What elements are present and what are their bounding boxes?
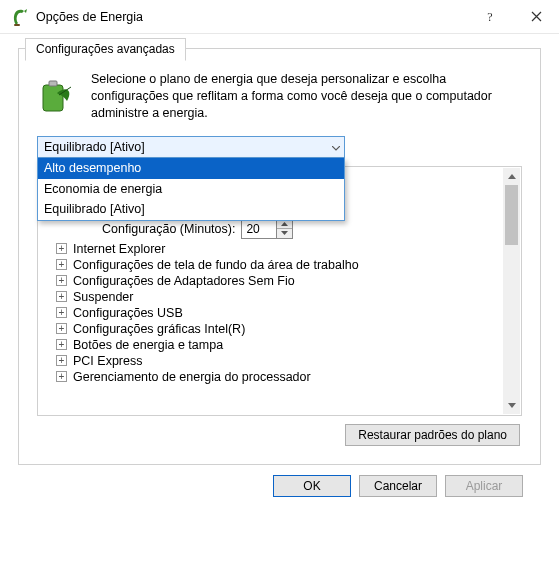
content-area: Configurações avançadas Selecione o plan… — [0, 34, 559, 497]
intro-block: Selecione o plano de energia que deseja … — [37, 71, 522, 122]
expand-icon[interactable]: + — [56, 307, 67, 318]
expand-icon[interactable]: + — [56, 259, 67, 270]
tree-node[interactable]: +Botões de energia e tampa — [42, 337, 517, 353]
apply-button[interactable]: Aplicar — [445, 475, 523, 497]
chevron-down-icon — [332, 140, 340, 154]
svg-text:?: ? — [487, 11, 492, 23]
expand-icon[interactable]: + — [56, 355, 67, 366]
minutes-spinner[interactable] — [241, 219, 293, 239]
titlebar: Opções de Energia ? — [0, 0, 559, 34]
expand-icon[interactable]: + — [56, 339, 67, 350]
svg-rect-3 — [49, 81, 57, 86]
minutes-input[interactable] — [242, 222, 276, 236]
tree-scrollbar[interactable] — [503, 168, 520, 414]
svg-rect-0 — [14, 24, 20, 26]
svg-rect-2 — [43, 85, 63, 111]
tree-node[interactable]: +Configurações USB — [42, 305, 517, 321]
tree-node[interactable]: +Gerenciamento de energia do processador — [42, 369, 517, 385]
combo-option[interactable]: Alto desempenho — [38, 158, 344, 179]
restore-defaults-button[interactable]: Restaurar padrões do plano — [345, 424, 520, 446]
spin-down-icon[interactable] — [277, 229, 292, 238]
tree-node-label: Internet Explorer — [73, 242, 165, 256]
expand-icon[interactable]: + — [56, 371, 67, 382]
expand-icon[interactable]: + — [56, 323, 67, 334]
expand-icon[interactable]: + — [56, 243, 67, 254]
window-title: Opções de Energia — [36, 10, 143, 24]
tree-node-label: Configurações gráficas Intel(R) — [73, 322, 245, 336]
tree-node[interactable]: +Suspender — [42, 289, 517, 305]
dialog-footer: OK Cancelar Aplicar — [18, 465, 541, 497]
tree-node[interactable]: +Configurações de Adaptadores Sem Fio — [42, 273, 517, 289]
battery-leaf-icon — [37, 71, 79, 122]
expand-icon[interactable]: + — [56, 275, 67, 286]
tab-advanced-settings[interactable]: Configurações avançadas — [25, 38, 186, 61]
config-label: Configuração (Minutos): — [102, 222, 235, 236]
scroll-up-icon[interactable] — [503, 168, 520, 185]
ok-button[interactable]: OK — [273, 475, 351, 497]
tree-node-label: Configurações USB — [73, 306, 183, 320]
combo-display[interactable]: Equilibrado [Ativo] — [37, 136, 345, 158]
expand-icon[interactable]: + — [56, 291, 67, 302]
tree-node[interactable]: +Configurações gráficas Intel(R) — [42, 321, 517, 337]
tree-node-label: Gerenciamento de energia do processador — [73, 370, 311, 384]
close-button[interactable] — [513, 1, 559, 33]
scroll-track[interactable] — [503, 185, 520, 397]
combo-current-value: Equilibrado [Ativo] — [44, 140, 145, 154]
combo-dropdown-list: Alto desempenho Economia de energia Equi… — [37, 158, 345, 222]
tree-node-label: Suspender — [73, 290, 133, 304]
help-button[interactable]: ? — [467, 1, 513, 33]
tree-node[interactable]: +Configurações de tela de fundo da área … — [42, 257, 517, 273]
scroll-thumb[interactable] — [505, 185, 518, 245]
intro-text: Selecione o plano de energia que deseja … — [91, 71, 522, 122]
power-plan-icon — [10, 7, 30, 27]
cancel-button[interactable]: Cancelar — [359, 475, 437, 497]
tree-node-label: PCI Express — [73, 354, 142, 368]
tree-node-label: Botões de energia e tampa — [73, 338, 223, 352]
tab-frame: Configurações avançadas Selecione o plan… — [18, 48, 541, 465]
scroll-down-icon[interactable] — [503, 397, 520, 414]
config-minutes-row: Configuração (Minutos): — [42, 219, 517, 239]
power-plan-combo[interactable]: Equilibrado [Ativo] Alto desempenho Econ… — [37, 136, 345, 158]
combo-option[interactable]: Economia de energia — [38, 179, 344, 200]
tree-node-label: Configurações de Adaptadores Sem Fio — [73, 274, 295, 288]
combo-option[interactable]: Equilibrado [Ativo] — [38, 199, 344, 220]
tree-node[interactable]: +Internet Explorer — [42, 241, 517, 257]
tree-node-label: Configurações de tela de fundo da área d… — [73, 258, 359, 272]
tree-node[interactable]: +PCI Express — [42, 353, 517, 369]
